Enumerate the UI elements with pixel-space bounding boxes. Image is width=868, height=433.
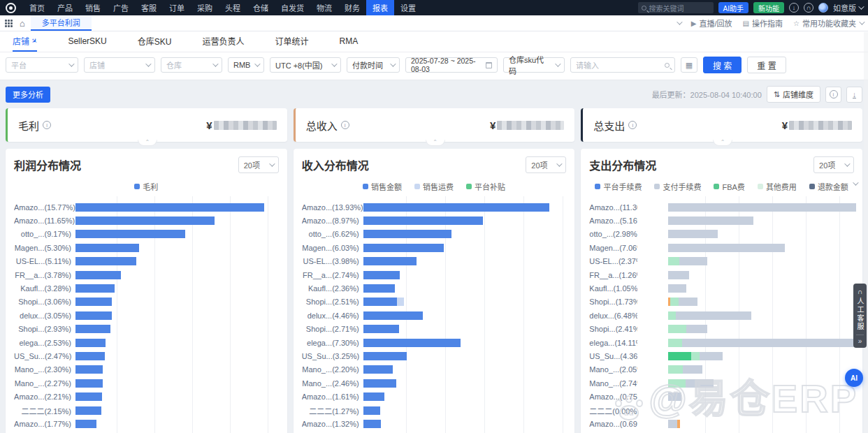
currency-select[interactable]: RMB (228, 57, 264, 73)
sku-type-select[interactable]: 仓库sku代码 (503, 57, 565, 73)
collapse-handle[interactable]: ⌃ (713, 140, 732, 146)
keyword-input[interactable]: 请输入 (570, 57, 675, 73)
shop-select[interactable]: 店铺 (84, 57, 155, 73)
bar-segment[interactable] (363, 339, 461, 347)
bar-segment[interactable] (75, 339, 106, 347)
bar-segment[interactable] (75, 325, 110, 333)
bar-segment[interactable] (691, 352, 700, 360)
tab-订单统计[interactable]: 订单统计 (275, 31, 308, 52)
date-range-picker[interactable]: 2025-07-28 ~ 2025-08-03 (405, 57, 498, 73)
bar-segment[interactable] (668, 216, 753, 225)
legend-item[interactable]: 销售运费 (414, 181, 454, 192)
collapse-chevron-icon[interactable] (677, 19, 682, 24)
bar-segment[interactable] (363, 392, 385, 401)
bar-segment[interactable] (679, 298, 697, 306)
info-icon[interactable]: i (628, 121, 637, 129)
tab-仓库SKU[interactable]: 仓库SKU (138, 31, 172, 52)
bar-segment[interactable] (363, 298, 397, 306)
ai-assistant-button[interactable]: AI助手 (718, 2, 748, 13)
platform-select[interactable]: 平台 (6, 57, 78, 73)
bar-segment[interactable] (75, 406, 101, 415)
bar-segment[interactable] (677, 420, 681, 428)
page-scrollbar[interactable] (864, 32, 868, 433)
bar-segment[interactable] (75, 311, 112, 320)
new-feature-button[interactable]: 新功能 (753, 2, 784, 13)
bar-segment[interactable] (668, 379, 685, 388)
bar-segment[interactable] (75, 203, 264, 212)
menu-item-设置[interactable]: 设置 (394, 0, 422, 15)
search-button[interactable]: 搜 索 (703, 57, 742, 73)
bar-segment[interactable] (363, 325, 400, 333)
bar-segment[interactable] (75, 298, 112, 306)
bar-segment[interactable] (668, 365, 683, 374)
reset-button[interactable]: 重 置 (747, 57, 786, 73)
legend-item[interactable]: 其他费用 (758, 181, 797, 192)
menu-item-报表[interactable]: 报表 (366, 0, 394, 15)
ai-floating-button[interactable]: AI (845, 369, 863, 387)
bar-segment[interactable] (75, 271, 121, 279)
bar-segment[interactable] (363, 284, 395, 293)
bar-segment[interactable] (668, 392, 681, 401)
open-tab-multi-platform-profit[interactable]: 多平台利润 (31, 15, 92, 31)
tab-店铺[interactable]: 店铺✈ (13, 31, 37, 52)
bar-segment[interactable] (75, 365, 103, 374)
legend-item[interactable]: 销售金额 (363, 181, 402, 192)
tab-运营负责人[interactable]: 运营负责人 (202, 31, 244, 52)
bar-segment[interactable] (363, 365, 393, 374)
bar-segment[interactable] (363, 352, 407, 360)
menu-item-财务[interactable]: 财务 (338, 0, 366, 15)
legend-item[interactable]: 支付手续费 (654, 181, 701, 192)
more-analysis-button[interactable]: 更多分析 (6, 87, 50, 103)
bar-segment[interactable] (363, 311, 423, 320)
bar-segment[interactable] (676, 311, 751, 320)
top-n-select[interactable]: 20项 (813, 156, 854, 173)
bar-segment[interactable] (686, 379, 714, 388)
menu-item-采购[interactable]: 采购 (191, 0, 219, 15)
collapse-handle[interactable]: ⌃ (138, 140, 157, 146)
menu-item-头程[interactable]: 头程 (219, 0, 247, 15)
bar-segment[interactable] (75, 392, 102, 401)
top-n-select[interactable]: 20项 (526, 156, 566, 173)
bar-segment[interactable] (668, 352, 691, 360)
info-icon[interactable]: i (341, 121, 349, 129)
headset-support-icon[interactable]: ∩ (804, 3, 813, 13)
bar-segment[interactable] (363, 257, 417, 265)
bar-segment[interactable] (75, 379, 103, 388)
operation-guide-link[interactable]: ▤ 操作指南 (743, 17, 783, 29)
menu-item-客服[interactable]: 客服 (135, 0, 163, 15)
bar-segment[interactable] (75, 216, 215, 225)
info-icon[interactable]: i (43, 121, 51, 129)
timezone-select[interactable]: UTC +8(中国) (270, 57, 341, 73)
bar-segment[interactable] (363, 203, 549, 212)
bar-segment[interactable] (75, 244, 139, 252)
bar-segment[interactable] (683, 365, 702, 374)
bar-segment[interactable] (397, 298, 405, 306)
tab-SellerSKU[interactable]: SellerSKU (68, 31, 106, 52)
edition-switcher[interactable]: 如意版 (833, 2, 862, 13)
bar-segment[interactable] (679, 257, 707, 265)
bar-segment[interactable] (75, 230, 185, 238)
live-replay-link[interactable]: ▶ 直播/回放 (691, 17, 732, 29)
export-button[interactable]: ↓ (846, 87, 862, 103)
warehouse-select[interactable]: 仓库 (161, 57, 222, 73)
dimension-switch-button[interactable]: ⇅ 店铺维度 (767, 86, 820, 103)
bar-segment[interactable] (668, 271, 688, 279)
bar-segment[interactable] (363, 420, 381, 428)
bar-segment[interactable] (668, 203, 855, 212)
apps-grid-icon[interactable] (5, 20, 13, 27)
collapse-handle[interactable]: ⌃ (426, 140, 445, 146)
favorites-menu[interactable]: ☆ 常用功能收藏夹 (793, 17, 863, 29)
bar-segment[interactable] (668, 339, 682, 347)
bar-segment[interactable] (75, 420, 96, 428)
info-button[interactable]: i (825, 87, 841, 103)
menu-item-订单[interactable]: 订单 (163, 0, 191, 15)
bar-segment[interactable] (682, 339, 862, 347)
legend-item[interactable]: 退款金额 (809, 181, 848, 192)
customer-service-widget[interactable]: ∩ 人工客服 » (853, 284, 867, 348)
batch-input-button[interactable]: ▦ (681, 57, 697, 73)
bar-segment[interactable] (668, 325, 686, 333)
bar-segment[interactable] (363, 216, 484, 225)
global-search-input[interactable]: 搜索关键词 (638, 2, 714, 13)
bar-segment[interactable] (668, 244, 785, 252)
bar-segment[interactable] (686, 325, 707, 333)
